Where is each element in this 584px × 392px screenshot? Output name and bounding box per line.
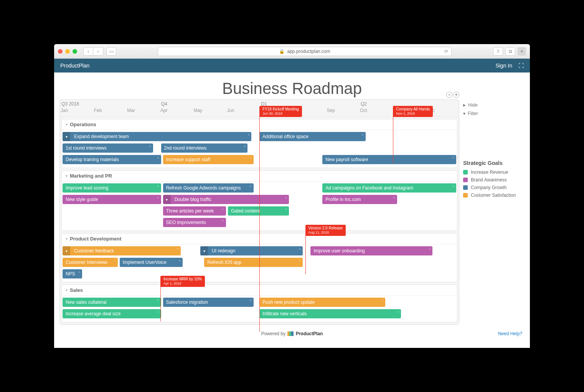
drag-grip-icon[interactable]: ≡ (299, 259, 301, 262)
drag-grip-icon[interactable]: ≡ (452, 184, 455, 188)
drag-grip-icon[interactable]: ≡ (177, 247, 179, 251)
roadmap-bar[interactable]: Salesforce migration≡ (163, 298, 254, 307)
help-link[interactable]: Need Help? (498, 331, 522, 336)
roadmap-bar[interactable]: Develop training materials≡ (63, 155, 161, 164)
bar-label: Develop training materials (66, 157, 119, 162)
roadmap-bar[interactable]: ▾Expand development team≡ (63, 132, 251, 141)
filter-toggle[interactable]: ▾ Filter (463, 109, 525, 118)
goal-item[interactable]: Customer Satisfaction (463, 191, 525, 199)
drag-grip-icon[interactable]: ≡ (114, 259, 116, 262)
roadmap-bar[interactable]: New style guide≡ (63, 195, 161, 204)
chevron-down-icon[interactable]: ▾ (163, 195, 171, 204)
roadmap-bar[interactable]: Profile in Inc.com≡ (322, 195, 397, 204)
drag-grip-icon[interactable]: ≡ (248, 133, 250, 137)
new-tab-button[interactable]: + (518, 47, 526, 56)
forward-button[interactable]: › (93, 47, 103, 56)
drag-grip-icon[interactable]: ≡ (285, 208, 287, 211)
chevron-down-icon: ▾ (66, 237, 68, 241)
zoom-out-button[interactable]: − (446, 92, 452, 98)
roadmap-bar[interactable]: Ad campaigns on Facebook and Instagram≡ (322, 183, 456, 193)
roadmap-bar[interactable]: NPS≡ (63, 269, 82, 278)
milestone-marker[interactable]: Company All HandsNov 1, 2018 (393, 106, 433, 117)
bar-label: Implement UserVoice (123, 260, 167, 265)
window-controls (58, 49, 77, 54)
back-button[interactable]: ‹ (83, 47, 93, 56)
goal-item[interactable]: Increase Revenue (463, 168, 525, 176)
milestone-marker[interactable]: Increase MRR by 10%Apr 1, 2018 (160, 276, 205, 287)
month-label: Feb (93, 108, 127, 113)
drag-grip-icon[interactable]: ≡ (157, 156, 160, 160)
minimize-window-button[interactable] (65, 49, 70, 54)
roadmap-bar[interactable]: Three articles per week≡ (163, 206, 226, 216)
close-window-button[interactable] (58, 49, 63, 54)
fullscreen-icon[interactable]: ⛶ (518, 63, 524, 69)
roadmap-bar[interactable]: Push new product update≡ (259, 298, 385, 307)
zoom-in-button[interactable]: + (453, 92, 459, 98)
roadmap-bar[interactable]: Improve user onboarding≡ (310, 246, 432, 255)
roadmap-bar[interactable]: Infiltrate new verticals≡ (259, 309, 401, 318)
roadmap-bar[interactable]: 1st round interviews≡ (63, 143, 153, 153)
hide-toggle[interactable]: ▶ Hide (463, 101, 525, 109)
drag-grip-icon[interactable]: ≡ (285, 196, 287, 199)
month-label: May (193, 108, 226, 113)
drag-grip-icon[interactable]: ≡ (429, 247, 431, 251)
drag-grip-icon[interactable]: ≡ (398, 310, 400, 314)
drag-grip-icon[interactable]: ≡ (149, 145, 152, 148)
roadmap-bar[interactable]: New payroll software≡ (322, 155, 456, 164)
chevron-down-icon[interactable]: ▾ (200, 246, 208, 255)
drag-grip-icon[interactable]: ≡ (244, 145, 246, 148)
nav-back-forward: ‹ › (83, 47, 103, 56)
roadmap-bar[interactable]: SEO improvements≡ (163, 218, 226, 227)
goal-item[interactable]: Brand Awareness (463, 176, 525, 184)
drag-grip-icon[interactable]: ≡ (222, 208, 224, 211)
roadmap-bar[interactable]: ▾UI redesign≡ (200, 246, 303, 255)
roadmap-bar[interactable]: Increase average deal size≡ (63, 309, 161, 318)
drag-grip-icon[interactable]: ≡ (157, 310, 160, 314)
color-swatch (463, 170, 468, 175)
roadmap-bar[interactable]: Increase support staff≡ (163, 155, 254, 164)
drag-grip-icon[interactable]: ≡ (222, 219, 224, 222)
sign-in-link[interactable]: Sign In (495, 63, 512, 69)
roadmap-bar[interactable]: ▾Double blog traffic≡ (163, 195, 289, 204)
drag-grip-icon[interactable]: ≡ (299, 247, 301, 251)
drag-grip-icon[interactable]: ≡ (250, 299, 252, 302)
milestone-marker[interactable]: FY18 Kickoff MeetingJun 30, 2018 (259, 106, 302, 117)
chevron-down-icon: ▾ (66, 174, 68, 178)
roadmap-bar[interactable]: Additional office space≡ (259, 132, 366, 141)
color-swatch (463, 193, 468, 198)
roadmap-bar[interactable]: 2nd round interviews≡ (161, 143, 248, 153)
share-button[interactable]: ⇪ (493, 47, 503, 56)
roadmap-bar[interactable]: Customer Interviews≡ (63, 258, 118, 267)
drag-grip-icon[interactable]: ≡ (250, 156, 252, 160)
tabs-button[interactable]: ⧉ (505, 47, 515, 56)
productplan-logo-icon (287, 331, 294, 337)
drag-grip-icon[interactable]: ≡ (362, 133, 364, 137)
roadmap-bar[interactable]: Refresh Google Adwords campaigns≡ (163, 183, 254, 193)
drag-grip-icon[interactable]: ≡ (452, 156, 455, 160)
roadmap-bar[interactable]: Improve lead scoring≡ (63, 183, 161, 193)
drag-grip-icon[interactable]: ≡ (179, 259, 181, 262)
drag-grip-icon[interactable]: ≡ (393, 196, 396, 199)
roadmap-bar[interactable]: Refresh iOS app≡ (204, 258, 303, 267)
drag-grip-icon[interactable]: ≡ (157, 299, 160, 302)
url-bar[interactable]: 🔒 app.productplan.com ⟳ (158, 47, 452, 56)
productplan-brand[interactable]: ProductPlan (296, 331, 323, 336)
drag-grip-icon[interactable]: ≡ (382, 299, 384, 302)
roadmap-bar[interactable]: Implement UserVoice≡ (120, 258, 183, 267)
drag-grip-icon[interactable]: ≡ (79, 270, 81, 274)
drag-grip-icon[interactable]: ≡ (250, 184, 252, 188)
roadmap-bar[interactable]: New sales collateral≡ (63, 298, 161, 307)
drag-grip-icon[interactable]: ≡ (157, 196, 160, 199)
goal-label: Customer Satisfaction (471, 193, 516, 198)
milestone-marker[interactable]: Version 2.0 ReleaseAug 11, 2018 (305, 225, 346, 236)
roadmap-bar[interactable]: Gated content≡ (228, 206, 289, 216)
sidebar-toggle-button[interactable]: ▭ (106, 47, 116, 56)
chevron-down-icon[interactable]: ▾ (63, 132, 70, 141)
maximize-window-button[interactable] (73, 49, 77, 54)
goal-item[interactable]: Company Growth (463, 184, 525, 191)
reload-icon[interactable]: ⟳ (444, 49, 448, 54)
roadmap-bar[interactable]: ▾Customer feedback≡ (63, 246, 181, 255)
chevron-down-icon[interactable]: ▾ (63, 246, 70, 255)
brand-label: ProductPlan (60, 63, 89, 69)
drag-grip-icon[interactable]: ≡ (157, 184, 160, 188)
